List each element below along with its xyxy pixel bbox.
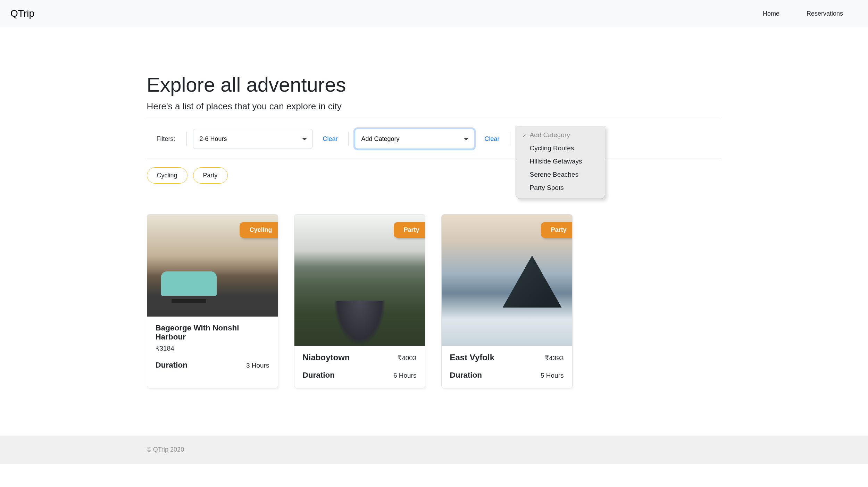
footer-copyright: © QTrip 2020 — [147, 446, 721, 453]
clear-duration-link[interactable]: Clear — [319, 135, 342, 143]
dropdown-option-placeholder[interactable]: Add Category — [522, 128, 599, 142]
page-header: Explore all adventures Here's a list of … — [147, 27, 721, 112]
applied-filter-pills: Cycling Party — [147, 167, 721, 184]
duration-value: 6 Hours — [393, 372, 417, 379]
nav-link-home[interactable]: Home — [763, 10, 779, 17]
clear-category-link[interactable]: Clear — [481, 135, 504, 143]
filters-row: Filters: 2-6 Hours Clear Add Category Cl… — [147, 126, 721, 152]
filter-pill[interactable]: Party — [193, 167, 228, 184]
nav-links: Home Reservations — [763, 10, 843, 17]
nav-link-reservations[interactable]: Reservations — [807, 10, 843, 17]
category-badge: Party — [394, 222, 425, 238]
filters-label: Filters: — [147, 135, 180, 143]
navbar: QTrip Home Reservations — [0, 0, 868, 27]
category-badge: Party — [541, 222, 572, 238]
divider — [147, 119, 721, 119]
page-subtitle: Here's a list of places that you can exp… — [147, 101, 721, 112]
adventure-card[interactable]: Party East Vyfolk ₹4393 Duration 5 Hours — [441, 214, 573, 388]
category-select[interactable]: Add Category — [355, 129, 474, 149]
category-badge: Cycling — [240, 222, 278, 238]
card-body: East Vyfolk ₹4393 Duration 5 Hours — [442, 346, 572, 388]
dropdown-option[interactable]: Serene Beaches — [522, 168, 599, 181]
duration-value: 5 Hours — [541, 372, 564, 379]
card-price: ₹4003 — [398, 354, 416, 362]
card-title: Niaboytown — [303, 353, 350, 362]
card-title: East Vyfolk — [450, 353, 495, 362]
duration-value: 3 Hours — [246, 362, 269, 369]
dropdown-option[interactable]: Party Spots — [522, 181, 599, 194]
page-title: Explore all adventures — [147, 73, 721, 96]
divider-vertical — [348, 132, 349, 146]
category-dropdown: Add Category Cycling Routes Hillside Get… — [516, 126, 605, 199]
duration-select[interactable]: 2-6 Hours — [193, 129, 312, 149]
filter-pill[interactable]: Cycling — [147, 167, 187, 184]
adventure-grid: Cycling Bageorge With Nonshi Harbour ₹31… — [147, 214, 721, 388]
divider-vertical — [510, 132, 510, 146]
adventure-card[interactable]: Party Niaboytown ₹4003 Duration 6 Hours — [294, 214, 425, 388]
card-title: Bageorge With Nonshi Harbour — [156, 324, 269, 342]
brand-logo[interactable]: QTrip — [10, 8, 34, 19]
dropdown-option[interactable]: Hillside Getaways — [522, 155, 599, 168]
card-body: Bageorge With Nonshi Harbour ₹3184 Durat… — [147, 317, 278, 378]
footer: © QTrip 2020 — [0, 436, 868, 464]
dropdown-option[interactable]: Cycling Routes — [522, 142, 599, 155]
adventure-card[interactable]: Cycling Bageorge With Nonshi Harbour ₹31… — [147, 214, 278, 388]
divider — [147, 159, 721, 159]
card-price: ₹3184 — [156, 344, 174, 352]
duration-label: Duration — [156, 361, 188, 370]
card-body: Niaboytown ₹4003 Duration 6 Hours — [294, 346, 425, 388]
duration-label: Duration — [303, 371, 335, 380]
card-price: ₹4393 — [545, 354, 564, 362]
divider-vertical — [186, 132, 187, 146]
duration-label: Duration — [450, 371, 482, 380]
